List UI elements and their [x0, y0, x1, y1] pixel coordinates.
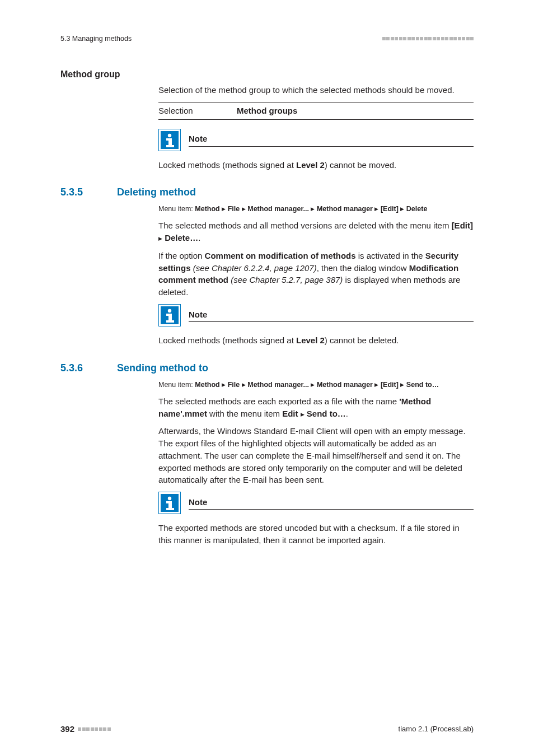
menu-path-536: Menu item: Method ▶ File ▶ Method manage… [158, 380, 474, 390]
note-box-method-group: Note Locked methods (methods signed at L… [158, 129, 474, 171]
decor-squares-top [382, 37, 474, 40]
section-535-heading: 5.3.5 Deleting method [60, 186, 474, 198]
info-icon [158, 129, 181, 151]
menu-path-535: Menu item: Method ▶ File ▶ Method manage… [158, 204, 474, 214]
note-label: Note [189, 496, 474, 510]
svg-rect-10 [168, 314, 172, 321]
page-footer: 392 tiamo 2.1 (ProcessLab) [60, 724, 474, 734]
svg-rect-16 [168, 501, 172, 509]
sect535-p1: The selected methods and all method vers… [158, 220, 474, 244]
selection-label: Selection [158, 102, 237, 119]
note-body-method-group: Locked methods (methods signed at Level … [158, 159, 474, 171]
sect536-p1: The selected methods are each exported a… [158, 395, 474, 420]
page-header: 5.3 Managing methods [60, 35, 474, 43]
footer-right: tiamo 2.1 (ProcessLab) [399, 725, 474, 733]
svg-point-14 [168, 497, 171, 500]
svg-rect-17 [166, 508, 174, 510]
section-536-num: 5.3.6 [60, 362, 97, 374]
method-group-intro: Selection of the method group to which t… [158, 84, 474, 96]
selection-value: Method groups [237, 102, 474, 119]
header-section-label: 5.3 Managing methods [60, 35, 132, 43]
svg-rect-11 [166, 320, 174, 323]
decor-squares-bottom [78, 727, 111, 731]
info-icon [158, 492, 181, 514]
section-536-title: Sending method to [117, 362, 208, 374]
note-body-535: Locked methods (methods signed at Level … [158, 334, 474, 347]
page-number: 392 [60, 724, 74, 734]
sect535-p2: If the option Comment on modification of… [158, 250, 474, 298]
section-535-title: Deleting method [117, 186, 196, 198]
note-body-536: The exported methods are stored uncoded … [158, 522, 474, 547]
note-label: Note [189, 309, 474, 323]
method-group-heading: Method group [60, 69, 474, 80]
sect536-p2: Afterwards, the Windows Standard E-mail … [158, 425, 474, 486]
svg-rect-5 [166, 145, 174, 147]
note-box-535: Note Locked methods (methods signed at L… [158, 304, 474, 347]
section-536-heading: 5.3.6 Sending method to [60, 362, 474, 374]
svg-point-8 [168, 309, 171, 312]
note-label: Note [189, 133, 474, 147]
svg-point-2 [168, 133, 171, 137]
section-535-num: 5.3.5 [60, 186, 97, 198]
selection-table: Selection Method groups [158, 102, 474, 120]
info-icon [158, 304, 181, 326]
note-box-536: Note The exported methods are stored unc… [158, 492, 474, 547]
svg-rect-4 [168, 138, 172, 146]
